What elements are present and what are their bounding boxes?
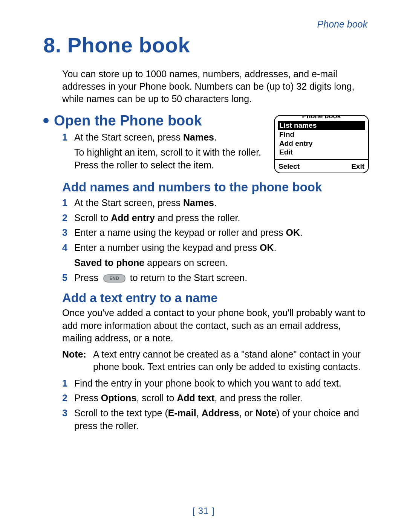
text-fragment: appears on screen. [144, 257, 228, 268]
softkey-left: Select [278, 162, 300, 171]
text-fragment: At the Start screen, press [74, 132, 183, 142]
chapter-name: Phone book [67, 33, 190, 57]
text-fragment: . [214, 132, 217, 142]
text-fragment: Scroll to [74, 212, 111, 223]
bold-fragment: Address [202, 408, 239, 418]
step-number: 3 [62, 226, 74, 239]
phone-screen-title: Phone book [300, 115, 343, 121]
step-text: Find the entry in your phone book to whi… [74, 377, 367, 390]
note-label: Note: [62, 348, 93, 373]
open-step-1: 1 At the Start screen, press Names. [62, 131, 267, 144]
step-text: Scroll to the text type (E-mail, Address… [74, 407, 367, 433]
bold-fragment: OK [260, 242, 274, 253]
step-number: 2 [62, 212, 74, 225]
page-number: [ 31 ] [0, 506, 407, 516]
step-text: At the Start screen, press Names. [74, 197, 367, 209]
text-fragment: . [274, 242, 276, 253]
bold-fragment: Saved to phone [74, 257, 144, 268]
chapter-number: 8. [43, 33, 61, 57]
section-open-heading: Open the Phone book [43, 113, 267, 129]
text-fragment: , and press the roller. [214, 393, 302, 403]
step-text: Press END to return to the Start screen. [74, 272, 367, 284]
step-number: 5 [62, 272, 74, 284]
note-text: A text entry cannot be created as a "sta… [93, 348, 367, 373]
phone-screen-item: Find [278, 130, 365, 139]
step-number: 2 [62, 392, 74, 405]
step-number: 3 [62, 407, 74, 433]
bold-fragment: Add text [177, 393, 214, 403]
bold-fragment: Note [256, 408, 277, 418]
bold-fragment: Add entry [111, 212, 155, 223]
text-fragment: At the Start screen, press [74, 197, 183, 208]
bullet-icon [43, 118, 49, 123]
add-text-intro: Once you've added a contact to your phon… [62, 307, 367, 344]
manual-page: Phone book 8. Phone book You can store u… [0, 0, 407, 532]
step-number: 1 [62, 377, 74, 390]
add-names-step-1: 1 At the Start screen, press Names. [62, 197, 367, 209]
saved-to-phone-line: Saved to phone appears on screen. [74, 257, 367, 269]
phone-screen-item: Edit [278, 148, 365, 157]
step-text: At the Start screen, press Names. [74, 131, 267, 144]
open-step-1-sub: To highlight an item, scroll to it with … [74, 146, 267, 172]
end-key-label: END [109, 276, 119, 281]
bold-fragment: Names [183, 197, 214, 208]
text-fragment: and press the roller. [155, 212, 240, 223]
note-block: Note: A text entry cannot be created as … [62, 348, 367, 373]
open-phonebook-row: Open the Phone book 1 At the Start scree… [43, 112, 367, 173]
step-text: Press Options, scroll to Add text, and p… [74, 392, 367, 405]
step-number: 4 [62, 242, 74, 254]
step-number: 1 [62, 197, 74, 209]
chapter-intro: You can store up to 1000 names, numbers,… [62, 68, 367, 105]
text-fragment: . [300, 227, 303, 238]
phone-screen-illustration: Phone book List names Find Add entry Edi… [274, 115, 369, 173]
step-text: Scroll to Add entry and press the roller… [74, 212, 367, 225]
add-text-step-1: 1 Find the entry in your phone book to w… [62, 377, 367, 390]
step-text: Enter a name using the keypad or roller … [74, 226, 367, 239]
phone-screen-item: Add entry [278, 139, 365, 148]
section-open-heading-text: Open the Phone book [54, 113, 202, 128]
text-fragment: to return to the Start screen. [130, 272, 247, 283]
bold-fragment: Names [183, 132, 214, 142]
text-fragment: , scroll to [136, 393, 177, 403]
chapter-title: 8. Phone book [43, 33, 367, 57]
softkey-right: Exit [351, 162, 364, 171]
end-key-icon: END [103, 274, 126, 283]
running-head: Phone book [43, 19, 367, 30]
section-add-names-heading: Add names and numbers to the phone book [62, 180, 367, 194]
text-fragment: Enter a number using the keypad and pres… [74, 242, 260, 253]
text-fragment: Press [74, 393, 101, 403]
phone-screen-item-selected: List names [278, 121, 365, 130]
add-text-step-2: 2 Press Options, scroll to Add text, and… [62, 392, 367, 405]
bold-fragment: OK [286, 227, 300, 238]
add-names-step-3: 3 Enter a name using the keypad or rolle… [62, 226, 367, 239]
text-fragment: Scroll to the text type ( [74, 408, 168, 418]
add-names-step-2: 2 Scroll to Add entry and press the roll… [62, 212, 367, 225]
bold-fragment: Options [101, 393, 136, 403]
text-fragment: Enter a name using the keypad or roller … [74, 227, 286, 238]
step-text: Enter a number using the keypad and pres… [74, 242, 367, 254]
add-names-step-4: 4 Enter a number using the keypad and pr… [62, 242, 367, 254]
section-add-text-heading: Add a text entry to a name [62, 291, 367, 305]
step-number: 1 [62, 131, 74, 144]
text-fragment: . [214, 197, 217, 208]
text-fragment: , or [239, 408, 256, 418]
add-text-step-3: 3 Scroll to the text type (E-mail, Addre… [62, 407, 367, 433]
bold-fragment: E-mail [168, 408, 196, 418]
text-fragment: , [196, 408, 202, 418]
add-names-step-5: 5 Press END to return to the Start scree… [62, 272, 367, 284]
text-fragment: Press [74, 272, 101, 283]
